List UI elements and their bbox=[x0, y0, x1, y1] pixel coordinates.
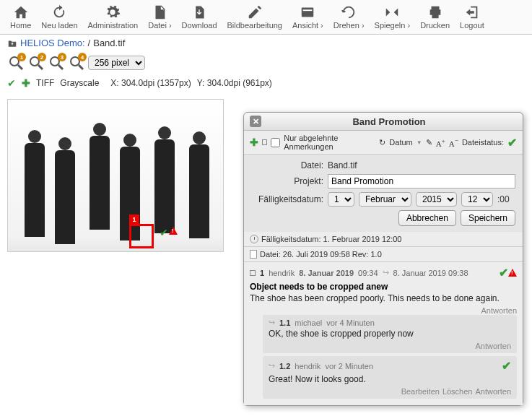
breadcrumb: HELIOS Demo: / Band.tif bbox=[0, 35, 532, 51]
image-info: ✔ ✚ TIFF Grayscale X: 304.0dpi (1357px) … bbox=[0, 74, 532, 92]
rotate-menu[interactable]: Drehen › bbox=[329, 3, 369, 31]
pencil-icon bbox=[247, 4, 263, 20]
comment-time1: 09:34 bbox=[358, 269, 378, 277]
zoom-2[interactable]: 2 bbox=[27, 54, 45, 72]
gear-icon bbox=[105, 4, 121, 20]
check-icon: ✔ bbox=[160, 227, 168, 238]
delete-button[interactable]: Löschen bbox=[442, 387, 473, 396]
panel-toolbar: ✚ Nur abgelehnte Anmerkungen ↻ Datum▼ ✎ … bbox=[244, 131, 523, 155]
annotation-box[interactable] bbox=[129, 224, 154, 248]
chevron-down-icon: ▼ bbox=[417, 139, 422, 146]
file-label: Datei: bbox=[251, 160, 323, 170]
annotation-number[interactable]: 1 bbox=[129, 214, 139, 224]
font-bigger-icon[interactable]: A+ bbox=[436, 137, 445, 148]
collapse-icon[interactable] bbox=[262, 139, 267, 145]
clock-icon bbox=[250, 235, 258, 243]
home-label: Home bbox=[10, 21, 31, 30]
panel-header[interactable]: ✕ Band Promotion bbox=[244, 113, 523, 131]
breadcrumb-file: Band.tif bbox=[93, 38, 125, 48]
reply-2: ↪1.2hendrikvor 2 Minuten✔ Great! Now it … bbox=[263, 356, 517, 399]
plus-icon[interactable]: ✚ bbox=[22, 77, 30, 89]
edit-button[interactable]: Bearbeiten bbox=[401, 387, 440, 396]
file-value: Band.tif bbox=[328, 160, 357, 170]
reply-button[interactable]: Antworten bbox=[475, 387, 511, 396]
comment-user: hendrik bbox=[269, 269, 295, 277]
admin-label: Administration bbox=[88, 21, 139, 30]
comment-body: The shoe has been cropped poorly. This n… bbox=[250, 293, 517, 303]
annotation-panel: ✕ Band Promotion ✚ Nur abgelehnte Anmerk… bbox=[243, 112, 523, 406]
zoom-1[interactable]: 1 bbox=[7, 54, 25, 72]
comment-title: Object needs to be cropped anew bbox=[250, 282, 517, 292]
image-color: Grayscale bbox=[60, 78, 99, 88]
print-button[interactable]: Drucken bbox=[416, 3, 454, 31]
project-label: Projekt: bbox=[251, 176, 323, 186]
due-day[interactable]: 1 bbox=[328, 192, 354, 207]
reply-body: Great! Now it looks good. bbox=[269, 374, 511, 384]
warning-icon bbox=[169, 227, 178, 235]
view-label: Ansicht › bbox=[292, 21, 323, 30]
mirror-menu[interactable]: Spiegeln › bbox=[370, 3, 415, 31]
folder-up-icon[interactable] bbox=[7, 38, 17, 48]
breadcrumb-root[interactable]: HELIOS Demo: bbox=[20, 38, 85, 48]
due-label: Fälligkeitsdatum: bbox=[251, 194, 323, 204]
close-icon[interactable]: ✕ bbox=[250, 116, 261, 127]
page-icon bbox=[250, 250, 257, 259]
save-button[interactable]: Speichern bbox=[461, 210, 515, 226]
filter-checkbox[interactable] bbox=[271, 138, 280, 147]
warning-icon bbox=[508, 269, 517, 277]
sort-label[interactable]: Datum bbox=[389, 138, 412, 147]
print-icon bbox=[427, 4, 443, 20]
view-menu[interactable]: Ansicht › bbox=[288, 3, 328, 31]
svg-rect-1 bbox=[303, 9, 313, 11]
font-smaller-icon[interactable]: A− bbox=[449, 137, 458, 148]
check-icon: ✔ bbox=[499, 266, 508, 279]
comment-date1: 8. Januar 2019 bbox=[299, 269, 354, 277]
logout-icon bbox=[464, 4, 480, 20]
filestatus-label: Dateistatus: bbox=[462, 138, 504, 147]
comment-1: 1 hendrik 8. Januar 2019 09:34 ↪ 8. Janu… bbox=[244, 262, 523, 405]
rotate-icon bbox=[341, 4, 357, 20]
download-label: Download bbox=[182, 21, 217, 30]
breadcrumb-sep: / bbox=[88, 38, 91, 48]
download-button[interactable]: Download bbox=[178, 3, 222, 31]
check-icon: ✔ bbox=[502, 359, 511, 373]
print-label: Drucken bbox=[420, 21, 450, 30]
refresh-icon[interactable]: ↻ bbox=[379, 138, 385, 147]
mirror-label: Spiegeln › bbox=[375, 21, 411, 30]
logout-button[interactable]: Logout bbox=[455, 3, 489, 31]
project-input[interactable] bbox=[328, 174, 515, 188]
image-x: X: 304.0dpi (1357px) bbox=[110, 78, 191, 88]
file-icon bbox=[152, 4, 167, 20]
filter-label: Nur abgelehnte Anmerkungen bbox=[284, 134, 375, 151]
zoom-4[interactable]: 4 bbox=[68, 54, 85, 72]
svg-rect-0 bbox=[302, 8, 314, 17]
image-format: TIFF bbox=[36, 78, 54, 88]
reply-button[interactable]: Antworten bbox=[481, 306, 517, 315]
logout-label: Logout bbox=[460, 21, 484, 30]
filestatus-icon[interactable]: ✔ bbox=[507, 136, 517, 150]
reply-body: OK, the shoe is cropped properly now bbox=[269, 329, 511, 339]
reload-icon bbox=[51, 4, 67, 20]
reply-button[interactable]: Antworten bbox=[475, 342, 511, 350]
edit-icon[interactable]: ✎ bbox=[426, 138, 432, 147]
file-label: Datei › bbox=[148, 21, 171, 30]
due-hour[interactable]: 12 bbox=[461, 192, 493, 207]
panel-form: Datei:Band.tif Projekt: Fälligkeitsdatum… bbox=[244, 155, 523, 232]
due-year[interactable]: 2015 bbox=[416, 192, 457, 207]
image-preview[interactable]: 1 ✔ bbox=[7, 99, 224, 252]
imgedit-button[interactable]: Bildbearbeitung bbox=[223, 3, 287, 31]
zoom-3[interactable]: 3 bbox=[48, 54, 65, 72]
due-month[interactable]: Februar bbox=[359, 192, 411, 207]
main-toolbar: Home Neu laden Administration Datei › Do… bbox=[0, 0, 532, 35]
collapse-icon[interactable] bbox=[250, 270, 256, 276]
panel-title: Band Promotion bbox=[261, 116, 517, 127]
admin-button[interactable]: Administration bbox=[84, 3, 143, 31]
reply-arrow-icon: ↪ bbox=[269, 318, 275, 327]
zoom-select[interactable]: 256 pixel bbox=[88, 56, 145, 70]
cancel-button[interactable]: Abbrechen bbox=[398, 210, 456, 226]
add-icon[interactable]: ✚ bbox=[250, 136, 258, 148]
home-button[interactable]: Home bbox=[6, 3, 35, 31]
rotate-label: Drehen › bbox=[333, 21, 365, 30]
file-menu[interactable]: Datei › bbox=[144, 3, 175, 31]
reload-button[interactable]: Neu laden bbox=[37, 3, 82, 31]
